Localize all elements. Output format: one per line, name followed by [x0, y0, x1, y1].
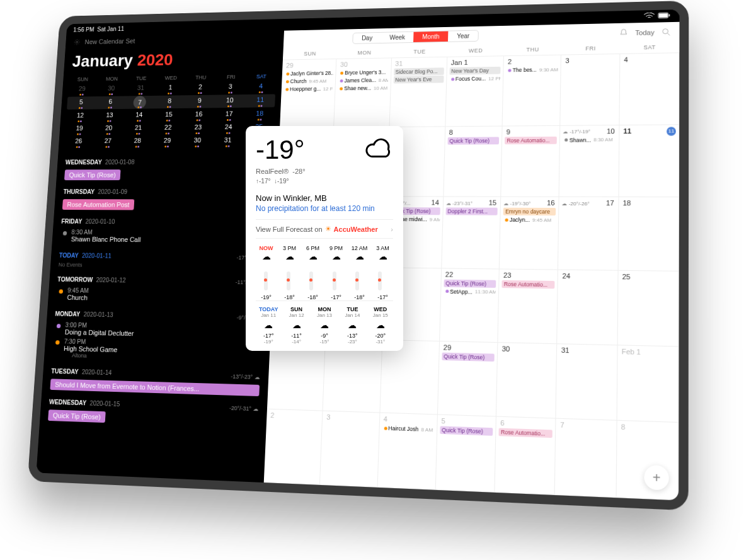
month-event[interactable]: Haircut Josh8 AM	[382, 425, 434, 434]
month-event[interactable]: Quick Tip (Rose)	[442, 352, 495, 361]
mini-cal-day[interactable]: 15	[154, 109, 184, 122]
day-cell[interactable]: Feb 1	[617, 345, 679, 423]
day-cell[interactable]: 24	[558, 270, 619, 345]
month-event[interactable]: Church9:45 AM	[284, 77, 333, 86]
event-chip[interactable]: Rose Automation Post	[62, 199, 134, 210]
month-event[interactable]: Emryn no daycare	[503, 208, 556, 215]
month-event[interactable]: Doppler 2 First...	[445, 208, 498, 215]
day-cell[interactable]: 2The bes...9:30 AM	[503, 55, 562, 127]
agenda-event[interactable]: 8:30 AMShawn Blanc Phone Call	[60, 227, 266, 245]
mini-cal-day[interactable]: 29	[67, 83, 96, 96]
day-cell[interactable]: 31Sidecar Blog Po...New Year's Eve	[389, 57, 447, 127]
mini-cal-day[interactable]: 26	[64, 135, 93, 149]
mini-cal-day[interactable]: 8	[155, 95, 185, 108]
month-event[interactable]: Quick Tip (Rose)	[440, 426, 493, 436]
day-cell[interactable]: 2	[264, 409, 323, 485]
day-cell[interactable]: 31	[556, 344, 617, 421]
month-event[interactable]: Quick Tip (Rose)	[447, 137, 499, 144]
mini-cal-day[interactable]: 5	[67, 96, 96, 110]
event-chip[interactable]: Quick Tip (Rose)	[64, 169, 121, 180]
mini-cal-day[interactable]: 2	[185, 81, 215, 94]
mini-cal-day[interactable]: 21	[123, 122, 153, 135]
month-event[interactable]: SetApp...11:30 AM	[444, 288, 496, 296]
event-chip[interactable]: Quick Tip (Rose)	[48, 409, 106, 423]
day-cell[interactable]: ☁ -19°/-30°16Emryn no daycareJaclyn...9:…	[500, 197, 559, 270]
accuweather-link[interactable]: View Full Forecast on ☀ AccuWeather ›	[256, 219, 393, 238]
mini-cal-day[interactable]: 31	[126, 83, 155, 96]
day-cell[interactable]: ☁ -23°/-31°15Doppler 2 First...	[442, 197, 501, 270]
add-event-button[interactable]: +	[644, 465, 669, 491]
agenda-list[interactable]: WEDNESDAY2020-01-08Quick Tip (Rose)THURS…	[37, 150, 279, 483]
day-cell[interactable]: 3	[561, 54, 620, 126]
gear-icon[interactable]	[73, 38, 80, 45]
day-cell[interactable]: 4	[619, 53, 679, 125]
day-cell[interactable]: 29Jaclyn Ginter's 28...Church9:45 AMHoep…	[280, 59, 337, 128]
mini-cal-day[interactable]: 27	[93, 135, 122, 149]
mini-cal-day[interactable]: 3	[215, 81, 245, 94]
day-cell[interactable]: 9Rose Automatio...	[501, 126, 560, 198]
month-event[interactable]: New Year's Day	[449, 67, 500, 75]
agenda-event[interactable]: 9:45 AMChurch	[56, 286, 264, 306]
view-week[interactable]: Week	[381, 32, 413, 43]
month-event[interactable]: Bryce Unger's 3...	[338, 69, 388, 77]
mini-cal-day[interactable]: 19	[65, 123, 94, 136]
day-cell[interactable]: 4Haircut Josh8 AM	[377, 413, 438, 490]
month-event[interactable]: Shawn...8:30 AM	[563, 136, 616, 144]
day-cell[interactable]: 30Bryce Unger's 3...James Clea...8 AMSha…	[334, 58, 391, 127]
today-button[interactable]: Today	[635, 28, 655, 36]
month-event[interactable]: Sidecar Blog Po...	[394, 67, 444, 76]
month-event[interactable]: Jaclyn...9:45 AM	[503, 216, 556, 224]
day-cell[interactable]: 6Rose Automatio...	[495, 417, 556, 495]
mini-cal-day[interactable]: 1	[156, 82, 185, 95]
day-cell[interactable]: ☁ -17°/-19°10Shawn...8:30 AM	[559, 125, 619, 198]
mini-cal-day[interactable]: 23	[183, 122, 213, 135]
day-cell[interactable]: 28	[380, 340, 440, 415]
mini-cal-day[interactable]: 16	[184, 108, 214, 122]
day-cell[interactable]: 22Quick Tip (Rose)SetApp...11:30 AM	[440, 268, 500, 342]
view-month[interactable]: Month	[413, 31, 448, 42]
month-event[interactable]: The bes...9:30 AM	[506, 66, 558, 74]
mini-cal-day[interactable]: 29	[152, 135, 182, 148]
mini-cal-day[interactable]: 4	[246, 81, 276, 94]
mini-cal-day[interactable]: 9	[185, 95, 214, 108]
month-event[interactable]: Focus Cou...12 PM	[449, 74, 500, 83]
day-cell[interactable]: 18	[618, 197, 679, 271]
day-cell[interactable]: 8	[616, 421, 679, 500]
day-cell[interactable]: ☁ -20°/-26°17	[558, 197, 619, 271]
day-cell[interactable]: 29Quick Tip (Rose)	[438, 341, 498, 417]
mini-cal-day[interactable]: 6	[96, 96, 125, 110]
month-event[interactable]: Jaclyn Ginter's 28...	[284, 69, 333, 77]
mini-cal-day[interactable]: 7	[133, 96, 146, 109]
view-year[interactable]: Year	[448, 31, 478, 42]
mini-cal-day[interactable]: 11	[245, 94, 275, 107]
day-cell[interactable]: 25	[617, 271, 679, 346]
new-calendar-set-button[interactable]: New Calendar Set	[84, 37, 135, 45]
mini-cal-day[interactable]: 22	[153, 122, 183, 135]
mini-cal-day[interactable]: 18	[244, 108, 275, 121]
agenda-event[interactable]: 7:30 PMHigh School GameAltona	[52, 336, 262, 365]
mini-cal-day[interactable]: 24	[214, 122, 244, 135]
day-cell[interactable]: Jan 1New Year's DayFocus Cou...12 PM	[445, 56, 504, 127]
month-event[interactable]: New Year's Eve	[393, 76, 444, 84]
mini-cal-day[interactable]: 10	[215, 94, 244, 108]
month-event[interactable]: Quick Tip (Rose)	[444, 280, 496, 288]
mini-cal-day[interactable]: 17	[214, 108, 244, 122]
mini-cal-day[interactable]: 20	[94, 122, 123, 135]
month-event[interactable]: Rose Automatio...	[501, 280, 554, 289]
day-cell[interactable]: 30	[496, 343, 558, 419]
mini-cal-day[interactable]: 13	[95, 110, 124, 123]
mini-cal-day[interactable]: 12	[66, 110, 95, 123]
view-day[interactable]: Day	[353, 33, 381, 43]
bell-icon[interactable]	[618, 28, 629, 38]
day-cell[interactable]: 7	[555, 419, 617, 498]
day-cell[interactable]: 23Rose Automatio...	[498, 270, 559, 344]
mini-cal-day[interactable]: 28	[123, 135, 152, 148]
month-event[interactable]: Shae new...10 AM	[338, 84, 387, 93]
mini-cal-day[interactable]: 30	[183, 135, 212, 148]
month-event[interactable]: James Clea...8 AM	[338, 76, 388, 84]
search-icon[interactable]	[661, 26, 672, 37]
month-event[interactable]: Rose Automatio...	[499, 428, 553, 438]
day-cell[interactable]: 8Quick Tip (Rose)	[444, 126, 503, 197]
day-cell[interactable]: 3	[320, 411, 380, 488]
month-event[interactable]: Rose Automatio...	[505, 136, 557, 144]
